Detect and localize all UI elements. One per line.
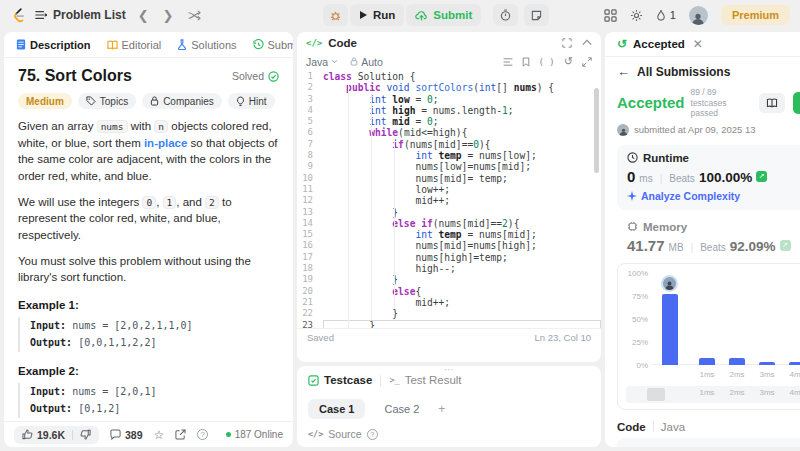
- code-line[interactable]: 1class Solution {: [297, 71, 601, 82]
- shuffle-icon[interactable]: [186, 10, 203, 21]
- code-editor[interactable]: 1class Solution {2 public void sortColor…: [297, 70, 601, 328]
- analyze-complexity-link[interactable]: Analyze Complexity: [627, 190, 800, 202]
- cloud-upload-icon: [415, 10, 428, 21]
- output-value: [0,1,2]: [78, 403, 120, 414]
- code-line[interactable]: 23 }: [297, 320, 601, 328]
- expand-icon[interactable]: [562, 38, 572, 48]
- prev-problem-button[interactable]: ❮: [136, 8, 151, 23]
- post-solution-button[interactable]: Solution: [793, 92, 800, 114]
- tab-testcase[interactable]: Testcase: [308, 374, 372, 386]
- notes-button[interactable]: [524, 4, 549, 26]
- example-2-label: Example 2:: [18, 365, 279, 377]
- line-number: 13: [297, 207, 323, 218]
- tab-submissions[interactable]: Submissions: [249, 39, 293, 51]
- premium-button[interactable]: Premium: [721, 5, 790, 25]
- user-avatar[interactable]: [689, 6, 708, 25]
- layout-grid-icon[interactable]: [604, 9, 617, 22]
- brackets-format-icon[interactable]: ( ): [539, 57, 555, 67]
- submit-button[interactable]: Submit: [406, 4, 481, 26]
- runtime-bar-3ms[interactable]: [759, 362, 775, 365]
- tab-test-result[interactable]: >_ Test Result: [389, 374, 461, 386]
- line-number: 14: [297, 218, 323, 229]
- code-line[interactable]: 22 }: [297, 308, 601, 319]
- tab-solutions[interactable]: Solutions: [173, 39, 240, 51]
- runtime-bar-2ms[interactable]: [729, 358, 745, 364]
- add-case-button[interactable]: +: [438, 402, 445, 416]
- share-icon[interactable]: [175, 429, 186, 440]
- runtime-bar-0ms[interactable]: [662, 294, 678, 365]
- chart-range-slider[interactable]: 1ms2ms3ms4ms: [626, 386, 800, 403]
- hint-badge[interactable]: Hint: [228, 93, 275, 109]
- source-label[interactable]: Source: [328, 428, 361, 440]
- memory-section[interactable]: Memory 41.77 MB | Beats 92.09% ↗: [617, 221, 800, 254]
- thumbs-down-icon[interactable]: [80, 429, 91, 440]
- topics-badge[interactable]: Topics: [78, 93, 136, 109]
- streak-counter[interactable]: 1: [656, 9, 676, 21]
- tab-description[interactable]: Description: [12, 39, 95, 51]
- tag-icon: [86, 96, 96, 106]
- code-line[interactable]: 20 else{: [297, 286, 601, 297]
- bookmark-icon[interactable]: [522, 57, 530, 67]
- code-line[interactable]: 7 if(nums[mid]==0){: [297, 139, 601, 150]
- source-help-icon[interactable]: ?: [367, 429, 378, 440]
- submitted-code-snippet[interactable]: class Solution { public void sortColors(…: [617, 438, 800, 447]
- code-line[interactable]: 11 low++;: [297, 184, 601, 195]
- x-axis-tick: 1ms: [699, 370, 714, 379]
- reset-code-icon[interactable]: ↺: [564, 55, 573, 68]
- code-line[interactable]: 10 nums[mid]= temp;: [297, 173, 601, 184]
- comments-button[interactable]: 389: [110, 429, 143, 441]
- companies-badge[interactable]: Companies: [142, 93, 222, 109]
- code-line[interactable]: 13 }: [297, 207, 601, 218]
- tab-editorial[interactable]: Editorial: [103, 39, 166, 51]
- testcase-footer: </> Source ?: [308, 428, 378, 440]
- code-line[interactable]: 8 int temp = nums[low];: [297, 150, 601, 161]
- maximize-icon[interactable]: [582, 57, 592, 67]
- code-line[interactable]: 14 else if(nums[mid]==2){: [297, 218, 601, 229]
- accepted-tab-label[interactable]: Accepted: [633, 38, 685, 50]
- companies-label: Companies: [163, 96, 214, 107]
- memory-chip-icon: [627, 221, 638, 232]
- collapse-chevron-icon[interactable]: [582, 39, 592, 46]
- code-line[interactable]: 19 }: [297, 274, 601, 285]
- autocomplete-toggle[interactable]: Auto: [350, 56, 383, 68]
- code-line[interactable]: 3 int low = 0;: [297, 94, 601, 105]
- editorial-book-button[interactable]: [759, 93, 785, 113]
- star-icon[interactable]: ☆: [154, 428, 165, 442]
- next-problem-button[interactable]: ❯: [161, 8, 176, 23]
- problem-list-button[interactable]: Problem List: [35, 8, 126, 22]
- timer-button[interactable]: [493, 4, 518, 26]
- settings-gear-icon[interactable]: [630, 9, 643, 22]
- resize-handle[interactable]: ⋯: [444, 366, 454, 374]
- code-line[interactable]: 21 mid++;: [297, 297, 601, 308]
- run-button[interactable]: Run: [350, 4, 404, 26]
- book-icon: [107, 40, 118, 50]
- format-lines-icon[interactable]: [503, 58, 513, 66]
- runtime-card[interactable]: ↻ Runtime 0 ms | Beats 100.00% ↗ Analyze…: [617, 145, 800, 210]
- close-tab-icon[interactable]: ✕: [693, 37, 703, 51]
- leetcode-logo[interactable]: [10, 7, 25, 24]
- editor-scrollbar[interactable]: [594, 88, 599, 173]
- code-line[interactable]: 15 int temp = nums[mid];: [297, 229, 601, 240]
- case-2-tab[interactable]: Case 2: [373, 399, 430, 419]
- language-select[interactable]: Java: [306, 56, 338, 68]
- code-line[interactable]: 6 while(mid<=high){: [297, 127, 601, 138]
- code-line[interactable]: 18 high--;: [297, 263, 601, 274]
- code-line[interactable]: 12 mid++;: [297, 195, 601, 206]
- code-line[interactable]: 4 int high = nums.length-1;: [297, 105, 601, 116]
- slider-handle[interactable]: [647, 388, 665, 401]
- code-line[interactable]: 5 int mid = 0;: [297, 116, 601, 127]
- like-button[interactable]: 19.6K: [22, 429, 65, 441]
- code-line[interactable]: 17 nums[high]=temp;: [297, 252, 601, 263]
- x-axis-tick: 3ms: [759, 370, 774, 379]
- code-line[interactable]: 16 nums[mid]=nums[high];: [297, 240, 601, 251]
- difficulty-badge[interactable]: Medium: [18, 93, 72, 109]
- code-line[interactable]: 9 nums[low]=nums[mid];: [297, 161, 601, 172]
- runtime-bar-1ms[interactable]: [699, 358, 715, 365]
- runtime-bar-4ms[interactable]: [789, 362, 800, 365]
- source-code-icon: </>: [308, 429, 323, 439]
- help-icon[interactable]: ?: [197, 429, 208, 440]
- case-1-tab[interactable]: Case 1: [308, 399, 365, 419]
- all-submissions-link[interactable]: ← All Submissions: [605, 57, 800, 82]
- code-line[interactable]: 2 public void sortColors(int[] nums) {: [297, 82, 601, 93]
- debug-button[interactable]: [323, 4, 348, 26]
